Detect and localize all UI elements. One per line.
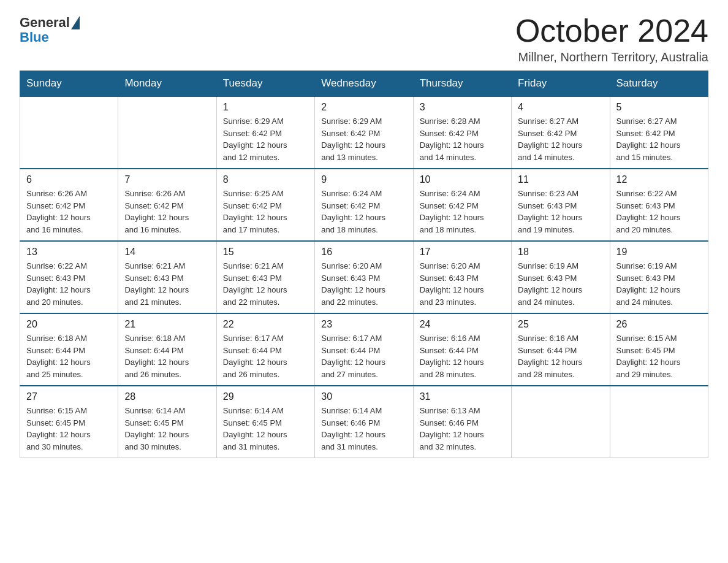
column-header-tuesday: Tuesday — [216, 71, 314, 97]
day-info: Sunrise: 6:21 AM Sunset: 6:43 PM Dayligh… — [223, 260, 308, 308]
logo-triangle-icon — [71, 16, 80, 29]
day-info: Sunrise: 6:27 AM Sunset: 6:42 PM Dayligh… — [518, 115, 603, 163]
calendar-cell: 6Sunrise: 6:26 AM Sunset: 6:42 PM Daylig… — [20, 169, 118, 241]
logo: General Blue — [20, 15, 80, 45]
day-number: 26 — [616, 319, 702, 330]
calendar-cell — [512, 386, 610, 458]
day-info: Sunrise: 6:21 AM Sunset: 6:43 PM Dayligh… — [124, 260, 210, 308]
day-number: 6 — [26, 174, 112, 185]
day-info: Sunrise: 6:29 AM Sunset: 6:42 PM Dayligh… — [223, 115, 308, 163]
day-number: 14 — [124, 247, 210, 258]
day-info: Sunrise: 6:17 AM Sunset: 6:44 PM Dayligh… — [321, 332, 406, 380]
day-info: Sunrise: 6:26 AM Sunset: 6:42 PM Dayligh… — [124, 188, 210, 236]
day-info: Sunrise: 6:15 AM Sunset: 6:45 PM Dayligh… — [616, 332, 702, 380]
day-number: 30 — [321, 391, 406, 402]
day-number: 8 — [223, 174, 308, 185]
day-number: 20 — [26, 319, 112, 330]
day-info: Sunrise: 6:14 AM Sunset: 6:46 PM Dayligh… — [321, 405, 406, 453]
day-number: 23 — [321, 319, 406, 330]
calendar-cell: 15Sunrise: 6:21 AM Sunset: 6:43 PM Dayli… — [216, 241, 314, 313]
day-info: Sunrise: 6:16 AM Sunset: 6:44 PM Dayligh… — [420, 332, 505, 380]
calendar-cell: 4Sunrise: 6:27 AM Sunset: 6:42 PM Daylig… — [512, 96, 610, 169]
day-info: Sunrise: 6:22 AM Sunset: 6:43 PM Dayligh… — [616, 188, 702, 236]
day-info: Sunrise: 6:19 AM Sunset: 6:43 PM Dayligh… — [518, 260, 603, 308]
calendar-cell: 20Sunrise: 6:18 AM Sunset: 6:44 PM Dayli… — [20, 313, 118, 386]
day-number: 4 — [518, 102, 603, 113]
calendar-cell: 24Sunrise: 6:16 AM Sunset: 6:44 PM Dayli… — [413, 313, 511, 386]
calendar-cell: 2Sunrise: 6:29 AM Sunset: 6:42 PM Daylig… — [315, 96, 413, 169]
day-info: Sunrise: 6:18 AM Sunset: 6:44 PM Dayligh… — [26, 332, 112, 380]
day-number: 5 — [616, 102, 702, 113]
day-number: 15 — [223, 247, 308, 258]
week-row-2: 6Sunrise: 6:26 AM Sunset: 6:42 PM Daylig… — [20, 169, 708, 241]
day-info: Sunrise: 6:23 AM Sunset: 6:43 PM Dayligh… — [518, 188, 603, 236]
calendar-cell: 16Sunrise: 6:20 AM Sunset: 6:43 PM Dayli… — [315, 241, 413, 313]
calendar-cell: 10Sunrise: 6:24 AM Sunset: 6:42 PM Dayli… — [413, 169, 511, 241]
day-info: Sunrise: 6:14 AM Sunset: 6:45 PM Dayligh… — [124, 405, 210, 453]
calendar-table: SundayMondayTuesdayWednesdayThursdayFrid… — [20, 71, 708, 458]
day-number: 17 — [420, 247, 505, 258]
column-header-saturday: Saturday — [610, 71, 708, 97]
column-header-friday: Friday — [512, 71, 610, 97]
calendar-cell: 28Sunrise: 6:14 AM Sunset: 6:45 PM Dayli… — [118, 386, 216, 458]
column-header-wednesday: Wednesday — [315, 71, 413, 97]
day-info: Sunrise: 6:14 AM Sunset: 6:45 PM Dayligh… — [223, 405, 308, 453]
week-row-5: 27Sunrise: 6:15 AM Sunset: 6:45 PM Dayli… — [20, 386, 708, 458]
calendar-cell: 5Sunrise: 6:27 AM Sunset: 6:42 PM Daylig… — [610, 96, 708, 169]
calendar-cell: 31Sunrise: 6:13 AM Sunset: 6:46 PM Dayli… — [413, 386, 511, 458]
day-info: Sunrise: 6:25 AM Sunset: 6:42 PM Dayligh… — [223, 188, 308, 236]
calendar-header-row: SundayMondayTuesdayWednesdayThursdayFrid… — [20, 71, 708, 97]
calendar-cell: 25Sunrise: 6:16 AM Sunset: 6:44 PM Dayli… — [512, 313, 610, 386]
day-info: Sunrise: 6:24 AM Sunset: 6:42 PM Dayligh… — [321, 188, 406, 236]
calendar-cell: 7Sunrise: 6:26 AM Sunset: 6:42 PM Daylig… — [118, 169, 216, 241]
calendar-cell: 8Sunrise: 6:25 AM Sunset: 6:42 PM Daylig… — [216, 169, 314, 241]
day-info: Sunrise: 6:18 AM Sunset: 6:44 PM Dayligh… — [124, 332, 210, 380]
day-info: Sunrise: 6:20 AM Sunset: 6:43 PM Dayligh… — [420, 260, 505, 308]
calendar-cell: 30Sunrise: 6:14 AM Sunset: 6:46 PM Dayli… — [315, 386, 413, 458]
day-info: Sunrise: 6:27 AM Sunset: 6:42 PM Dayligh… — [616, 115, 702, 163]
column-header-monday: Monday — [118, 71, 216, 97]
calendar-cell: 3Sunrise: 6:28 AM Sunset: 6:42 PM Daylig… — [413, 96, 511, 169]
logo-blue-text: Blue — [20, 29, 80, 45]
day-number: 13 — [26, 247, 112, 258]
calendar-cell: 19Sunrise: 6:19 AM Sunset: 6:43 PM Dayli… — [610, 241, 708, 313]
day-info: Sunrise: 6:26 AM Sunset: 6:42 PM Dayligh… — [26, 188, 112, 236]
day-info: Sunrise: 6:13 AM Sunset: 6:46 PM Dayligh… — [420, 405, 505, 453]
title-block: October 2024 Millner, Northern Territory… — [515, 15, 708, 64]
day-info: Sunrise: 6:28 AM Sunset: 6:42 PM Dayligh… — [420, 115, 505, 163]
calendar-cell: 18Sunrise: 6:19 AM Sunset: 6:43 PM Dayli… — [512, 241, 610, 313]
day-number: 9 — [321, 174, 406, 185]
calendar-cell: 17Sunrise: 6:20 AM Sunset: 6:43 PM Dayli… — [413, 241, 511, 313]
day-number: 2 — [321, 102, 406, 113]
calendar-cell: 13Sunrise: 6:22 AM Sunset: 6:43 PM Dayli… — [20, 241, 118, 313]
day-info: Sunrise: 6:20 AM Sunset: 6:43 PM Dayligh… — [321, 260, 406, 308]
calendar-cell: 22Sunrise: 6:17 AM Sunset: 6:44 PM Dayli… — [216, 313, 314, 386]
day-number: 1 — [223, 102, 308, 113]
day-info: Sunrise: 6:16 AM Sunset: 6:44 PM Dayligh… — [518, 332, 603, 380]
calendar-cell: 14Sunrise: 6:21 AM Sunset: 6:43 PM Dayli… — [118, 241, 216, 313]
calendar-cell: 27Sunrise: 6:15 AM Sunset: 6:45 PM Dayli… — [20, 386, 118, 458]
day-number: 31 — [420, 391, 505, 402]
day-number: 12 — [616, 174, 702, 185]
day-number: 27 — [26, 391, 112, 402]
location-subtitle: Millner, Northern Territory, Australia — [515, 50, 708, 64]
day-number: 21 — [124, 319, 210, 330]
week-row-1: 1Sunrise: 6:29 AM Sunset: 6:42 PM Daylig… — [20, 96, 708, 169]
logo-general-text: General — [20, 15, 70, 31]
day-number: 24 — [420, 319, 505, 330]
calendar-cell: 12Sunrise: 6:22 AM Sunset: 6:43 PM Dayli… — [610, 169, 708, 241]
day-info: Sunrise: 6:15 AM Sunset: 6:45 PM Dayligh… — [26, 405, 112, 453]
day-info: Sunrise: 6:19 AM Sunset: 6:43 PM Dayligh… — [616, 260, 702, 308]
calendar-cell — [610, 386, 708, 458]
column-header-thursday: Thursday — [413, 71, 511, 97]
page-header: General Blue October 2024 Millner, North… — [20, 15, 708, 64]
month-title: October 2024 — [515, 15, 708, 47]
calendar-cell: 9Sunrise: 6:24 AM Sunset: 6:42 PM Daylig… — [315, 169, 413, 241]
column-header-sunday: Sunday — [20, 71, 118, 97]
day-info: Sunrise: 6:17 AM Sunset: 6:44 PM Dayligh… — [223, 332, 308, 380]
day-info: Sunrise: 6:29 AM Sunset: 6:42 PM Dayligh… — [321, 115, 406, 163]
calendar-cell: 26Sunrise: 6:15 AM Sunset: 6:45 PM Dayli… — [610, 313, 708, 386]
day-number: 10 — [420, 174, 505, 185]
day-number: 16 — [321, 247, 406, 258]
week-row-4: 20Sunrise: 6:18 AM Sunset: 6:44 PM Dayli… — [20, 313, 708, 386]
